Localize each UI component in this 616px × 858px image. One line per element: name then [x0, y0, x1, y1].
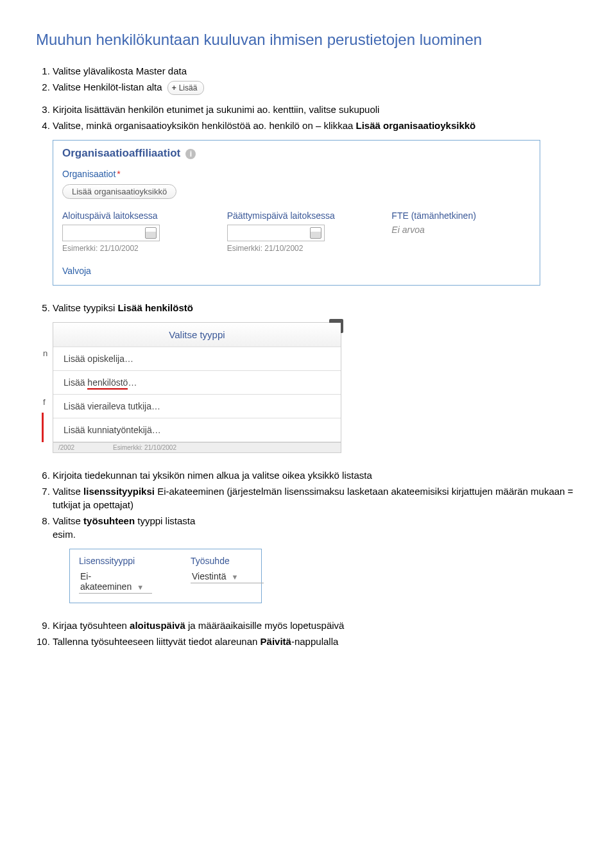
supervisor-label: Valvoja — [62, 266, 531, 276]
steps-list-step5: Valitse tyypiksi Lisää henkilöstö — [36, 301, 580, 314]
end-date-label: Päättymispäivä laitoksessa — [227, 210, 366, 221]
step-item: Valitse, minkä organisaatioyksikön henki… — [53, 119, 580, 132]
side-letter-f: f — [43, 397, 46, 407]
info-icon[interactable]: i — [185, 149, 196, 159]
end-date-hint: Esimerkki: 21/10/2002 — [227, 244, 366, 253]
start-date-input[interactable] — [62, 225, 160, 241]
dialog-footer: /2002 Esimerkki: 21/10/2002 — [53, 442, 341, 452]
step-item: Tallenna työsuhteeseen liittyvät tiedot … — [53, 635, 580, 648]
step-item: Valitse Henkilöt-listan alta+Lisää — [53, 80, 580, 95]
type-option[interactable]: Lisää kunniatyöntekijä… — [53, 418, 341, 442]
type-dialog: n f × Valitse tyyppi Lisää opiskelija…Li… — [53, 322, 341, 453]
chevron-down-icon: ▼ — [231, 573, 238, 581]
step-item: Valitse lisenssityypiksi Ei-akateeminen … — [53, 485, 580, 511]
add-org-unit-button[interactable]: Lisää organisaatioyksikkö — [62, 184, 176, 199]
steps-list-4: Kirjaa työsuhteen aloituspäivä ja määräa… — [36, 619, 580, 648]
steps-list-2: Kirjoita lisättävän henkilön etunimet ja… — [36, 103, 580, 132]
type-option[interactable]: Lisää opiskelija… — [53, 347, 341, 371]
step-item: Valitse tyypiksi Lisää henkilöstö — [53, 301, 580, 314]
fte-value: Ei arvoa — [391, 225, 531, 235]
license-dropdown[interactable]: Ei-akateeminen▼ — [79, 570, 152, 594]
org-label: Organisaatiot* — [62, 169, 531, 179]
step-item: Valitse työsuhteen tyyppi listastaesim. — [53, 514, 580, 541]
license-employ-panel: Lisenssityyppi Ei-akateeminen▼ Työsuhde … — [69, 549, 262, 603]
steps-list-1: Valitse ylävalikosta Master dataValitse … — [36, 64, 580, 95]
type-option[interactable]: Lisää henkilöstö… — [53, 371, 341, 395]
step-item: Kirjoita tiedekunnan tai yksikön nimen a… — [53, 468, 580, 482]
step-item: Kirjoita lisättävän henkilön etunimet ja… — [53, 103, 580, 116]
org-affiliation-panel: Organisaatioaffiliaatiot i Organisaatiot… — [53, 140, 540, 286]
calendar-icon[interactable] — [145, 227, 157, 239]
step-item: Kirjaa työsuhteen aloituspäivä ja määräa… — [53, 619, 580, 632]
side-red-bar — [42, 413, 44, 442]
type-option[interactable]: Lisää vieraileva tutkija… — [53, 395, 341, 418]
page-title: Muuhun henkilökuntaan kuuluvan ihmisen p… — [36, 31, 580, 49]
add-button[interactable]: +Lisää — [167, 81, 205, 96]
side-letter-n: n — [43, 348, 47, 358]
fte-label: FTE (tämänhetkinen) — [391, 210, 531, 221]
panel-title: Organisaatioaffiliaatiot — [62, 147, 180, 159]
start-date-hint: Esimerkki: 21/10/2002 — [62, 244, 201, 253]
chevron-down-icon: ▼ — [137, 583, 144, 591]
calendar-icon[interactable] — [310, 227, 321, 239]
employment-dropdown[interactable]: Viestintä▼ — [191, 570, 264, 583]
dialog-title: Valitse tyyppi — [53, 323, 341, 347]
steps-list-3: Kirjoita tiedekunnan tai yksikön nimen a… — [36, 468, 580, 541]
employment-label: Työsuhde — [191, 556, 277, 566]
step-item: Valitse ylävalikosta Master data — [53, 64, 580, 78]
end-date-input[interactable] — [227, 225, 325, 241]
start-date-label: Aloituspäivä laitoksessa — [62, 210, 201, 221]
license-label: Lisenssityyppi — [79, 556, 165, 566]
